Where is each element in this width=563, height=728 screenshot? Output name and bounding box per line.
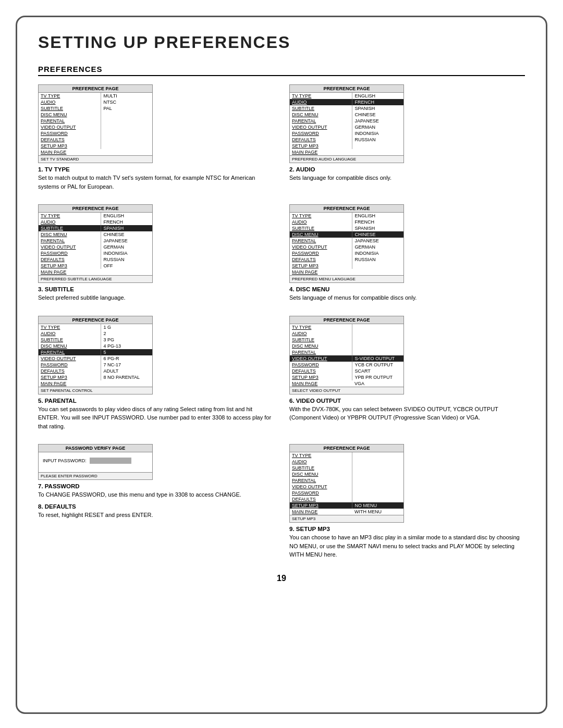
table-row: VIDEO OUTPUT <box>39 124 152 130</box>
table-row: DEFAULTSADULT <box>39 368 152 374</box>
table-row: MAIN PAGE <box>290 149 403 155</box>
table-row: DEFAULTSRUSSIAN <box>290 137 403 143</box>
table-row: PASSWORDINDONISIA <box>39 250 152 256</box>
disc-menu-table-title: PREFERENCE PAGE <box>290 205 403 213</box>
table-row: MAIN PAGE <box>39 380 152 387</box>
table-row: PARENTAL <box>290 349 403 355</box>
table-row: SETUP MP38 NO PARENTAL <box>39 374 152 380</box>
table-row: VIDEO OUTPUT6 PG-R <box>39 355 152 362</box>
parental-num-label: 5. PARENTAL <box>38 398 274 404</box>
table-row: SETUP MP3NO MENU <box>290 502 403 509</box>
video-output-table: PREFERENCE PAGE TV TYPE AUDIO SUBTITLE D… <box>289 316 404 394</box>
password-footer: PLEASE ENTER PASSWORD <box>39 472 152 479</box>
row-1: PREFERENCE PAGE TV TYPEMULTI AUDIONTSC S… <box>38 84 525 195</box>
setup-mp3-desc: You can choose to have an MP3 disc play … <box>289 533 525 559</box>
password-row: INPUT PASSWORD: <box>43 458 148 464</box>
row-2: PREFERENCE PAGE TV TYPEENGLISH AUDIOFREN… <box>38 204 525 306</box>
table-row: VIDEO OUTPUTGERMAN <box>39 244 152 250</box>
password-label: INPUT PASSWORD: <box>43 458 87 463</box>
password-table-title: PASSWORD VERIFY PAGE <box>39 445 152 452</box>
row-4: PASSWORD VERIFY PAGE INPUT PASSWORD: PLE… <box>38 444 525 563</box>
password-body: INPUT PASSWORD: <box>39 452 152 472</box>
table-row: DISC MENUCHINESE <box>290 112 403 118</box>
audio-desc: Sets language for compatible discs only. <box>289 174 525 182</box>
col-tv-type: PREFERENCE PAGE TV TYPEMULTI AUDIONTSC S… <box>38 84 274 195</box>
table-row: DEFAULTSRUSSIAN <box>290 256 403 263</box>
table-row: SUBTITLE3 PG <box>39 337 152 343</box>
table-row: MAIN PAGE <box>39 269 152 275</box>
table-row: SUBTITLESPANISH <box>290 225 403 231</box>
section-heading: PREFERENCES <box>38 65 525 76</box>
disc-menu-footer: PREFERRED MENU LANGUAGE <box>290 275 403 282</box>
table-row: TV TYPEENGLISH <box>290 213 403 219</box>
table-row: DISC MENU <box>39 112 152 118</box>
disc-menu-desc: Sets language of menus for compatible di… <box>289 293 525 302</box>
setup-mp3-table-title: PREFERENCE PAGE <box>290 445 403 452</box>
table-row: VIDEO OUTPUT <box>290 484 403 490</box>
table-row: DEFAULTSRUSSIAN <box>39 256 152 263</box>
table-row: DEFAULTS <box>39 137 152 143</box>
table-row: PASSWORD <box>39 130 152 137</box>
table-row: PARENTAL <box>290 477 403 484</box>
table-row: TV TYPE1 G <box>39 324 152 330</box>
table-row: PASSWORDYCB CR OUTPUT <box>290 362 403 368</box>
setup-mp3-footer: SETUP MP3 <box>290 515 403 522</box>
password-num-label: 7. PASSWORD <box>38 483 274 489</box>
table-row: TV TYPE <box>290 452 403 459</box>
table-row: PARENTALJAPANESE <box>290 238 403 244</box>
table-row: PARENTALJAPANESE <box>39 238 152 244</box>
subtitle-table: PREFERENCE PAGE TV TYPEENGLISH AUDIOFREN… <box>38 204 153 283</box>
table-row: AUDIO <box>290 330 403 337</box>
table-row: AUDIO <box>290 459 403 465</box>
subtitle-desc: Select preferred subtitle language. <box>38 293 274 302</box>
page-title: SETTING UP PREFERENCES <box>38 33 525 52</box>
parental-table: PREFERENCE PAGE TV TYPE1 G AUDIO2 SUBTIT… <box>38 316 153 394</box>
table-row: MAIN PAGEWITH MENU <box>290 509 403 515</box>
table-row: DISC MENU <box>290 471 403 477</box>
table-row: AUDIOFRENCH <box>290 219 403 225</box>
parental-desc: You can set passwords to play video disc… <box>38 405 274 431</box>
table-row: DEFAULTS <box>290 496 403 502</box>
table-row: SETUP MP3YPB PR OUTPUT <box>290 374 403 380</box>
table-row: MAIN PAGE <box>39 149 152 155</box>
table-row: PASSWORDINDONISIA <box>290 130 403 137</box>
col-audio: PREFERENCE PAGE TV TYPEENGLISH AUDIOFREN… <box>289 84 525 195</box>
table-row: PASSWORD7 NC-17 <box>39 362 152 368</box>
table-row: DEFAULTSSCART <box>290 368 403 374</box>
table-row: AUDIOFRENCH <box>39 219 152 225</box>
table-row: SUBTITLE <box>290 465 403 471</box>
table-row: SUBTITLESPANISH <box>290 105 403 112</box>
table-row: DISC MENUCHINESE <box>39 231 152 238</box>
defaults-desc: To reset, highlight RESET and press ENTE… <box>38 511 274 520</box>
table-row: SUBTITLESPANISH <box>39 225 152 231</box>
table-row: SETUP MP3 <box>39 143 152 149</box>
table-row: AUDIOFRENCH <box>290 99 403 105</box>
setup-mp3-table: PREFERENCE PAGE TV TYPE AUDIO SUBTITLE D… <box>289 444 404 523</box>
table-row: VIDEO OUTPUTS-VIDEO OUTPUT <box>290 355 403 362</box>
table-row: PARENTAL <box>39 118 152 124</box>
video-output-footer: SELECT VIDEO OUTPUT <box>290 387 403 394</box>
col-disc-menu: PREFERENCE PAGE TV TYPEENGLISH AUDIOFREN… <box>289 204 525 306</box>
audio-table-title: PREFERENCE PAGE <box>290 85 403 93</box>
audio-num-label: 2. AUDIO <box>289 166 525 172</box>
parental-footer: SET PARENTAL CONTROL <box>39 387 152 394</box>
password-field[interactable] <box>90 458 131 464</box>
table-row: TV TYPE <box>290 324 403 330</box>
table-row: PASSWORDINDONISIA <box>290 250 403 256</box>
table-row: PARENTAL5 <box>39 349 152 355</box>
table-row: MAIN PAGEVGA <box>290 380 403 387</box>
table-row: SUBTITLEPAL <box>39 105 152 112</box>
table-row: VIDEO OUTPUTGERMAN <box>290 244 403 250</box>
tv-type-footer: SET TV STANDARD <box>39 155 152 163</box>
table-row: DISC MENU <box>290 343 403 349</box>
col-subtitle: PREFERENCE PAGE TV TYPEENGLISH AUDIOFREN… <box>38 204 274 306</box>
tv-type-table-title: PREFERENCE PAGE <box>39 85 152 93</box>
tv-type-num-label: 1. TV TYPE <box>38 166 274 172</box>
disc-menu-table: PREFERENCE PAGE TV TYPEENGLISH AUDIOFREN… <box>289 204 404 283</box>
disc-menu-num-label: 4. DISC MENU <box>289 286 525 292</box>
table-row: TV TYPEMULTI <box>39 93 152 99</box>
table-row: PARENTALJAPANESE <box>290 118 403 124</box>
table-row: PASSWORD <box>290 490 403 496</box>
table-row: SUBTITLE <box>290 337 403 343</box>
parental-table-title: PREFERENCE PAGE <box>39 316 152 324</box>
